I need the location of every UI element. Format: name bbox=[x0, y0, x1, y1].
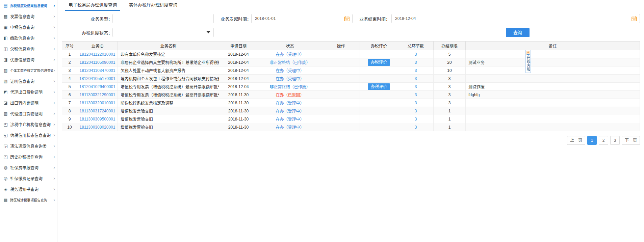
progress-status-select[interactable] bbox=[112, 28, 214, 37]
sidebar-item-payment-info[interactable]: ◧ 缴款信息查询 › bbox=[0, 32, 57, 43]
sidebar-item-tax-progress[interactable]: ▤ 办税进度及结果信息查询 › bbox=[0, 0, 57, 11]
page-next-button[interactable]: 下一页 bbox=[622, 136, 640, 145]
cell-operation bbox=[322, 75, 360, 83]
business-id-link[interactable]: 1812041029400001 bbox=[79, 84, 115, 89]
tax-arrears-info-icon: ◫ bbox=[3, 46, 8, 51]
history-operation-icon: ◳ bbox=[3, 154, 8, 159]
total-steps-link[interactable]: 3 bbox=[415, 84, 417, 89]
agent-export-certificate-icon: ◩ bbox=[3, 89, 8, 95]
sidebar-item-label: 办税进度及结果信息查询 bbox=[10, 3, 53, 8]
cell-operation bbox=[322, 107, 360, 115]
total-steps-link[interactable]: 3 bbox=[415, 117, 417, 122]
total-steps-link[interactable]: 3 bbox=[415, 101, 417, 105]
cell-business-name: 防伪税控系统发票核定及调整 bbox=[118, 99, 219, 107]
sidebar-item-individual-quota-info[interactable]: ▥ 个体工商户核定定额信息查询 › bbox=[0, 65, 57, 76]
sidebar-item-agent-export-certificate[interactable]: ◩ 代理出口货物证明 › bbox=[0, 86, 57, 97]
cell-operation bbox=[322, 83, 360, 91]
cell-evaluate bbox=[360, 75, 398, 83]
cell-business-name: 非居民企业选择由其主要机构场所汇总缴纳企业所得税的审批 bbox=[118, 58, 219, 66]
table-row: 1 1812041122010001 印有本单位名称发票核定 2018-12-0… bbox=[62, 50, 640, 58]
chevron-right-icon: › bbox=[53, 25, 55, 29]
sidebar-item-history-operation[interactable]: ◳ 历史办税操作查询 › bbox=[0, 151, 57, 162]
business-id-link[interactable]: 1811300320010001 bbox=[80, 101, 115, 105]
start-date-input[interactable]: 2018-01-01 bbox=[251, 14, 353, 23]
business-id-link[interactable]: 1811300308020001 bbox=[80, 125, 115, 130]
cell-status: 在办（受理中） bbox=[258, 107, 322, 115]
chevron-right-icon: › bbox=[53, 143, 55, 148]
chevron-right-icon: › bbox=[53, 122, 55, 127]
cell-apply-date: 2018-12-04 bbox=[219, 83, 258, 91]
total-steps-link[interactable]: 3 bbox=[415, 60, 417, 65]
sidebar-item-tax-credit-status[interactable]: ◱ 纳税信用状态信息查询 › bbox=[0, 130, 57, 140]
sidebar-item-cross-region-report[interactable]: ▩ 跨区域涉税事项报告查询 › bbox=[0, 194, 57, 205]
business-id-link[interactable]: 1812041055170001 bbox=[79, 76, 115, 81]
pagination: 上一页123下一页 bbox=[57, 136, 640, 145]
table-header-row: 序号业务ID业务名称申请日期状态操作办税评价总环节数办结期限备注 bbox=[62, 42, 640, 50]
tax-agency-info-icon: ◰ bbox=[3, 122, 8, 127]
total-steps-link[interactable]: 3 bbox=[415, 109, 417, 113]
business-id-link[interactable]: 1812041103470001 bbox=[80, 68, 115, 73]
chevron-down-icon bbox=[206, 31, 210, 33]
sidebar-item-label: 个体工商户核定定额信息查询 bbox=[10, 68, 53, 73]
total-steps-link[interactable]: 3 bbox=[415, 92, 417, 97]
page-button-3[interactable]: 3 bbox=[610, 136, 620, 145]
tab-2[interactable]: 实体办税厅办理进度查询 bbox=[126, 0, 181, 11]
business-id-link[interactable]: 1812041105090001 bbox=[80, 60, 115, 65]
business-type-input[interactable] bbox=[112, 14, 214, 23]
status-text: 在办（受理中） bbox=[276, 77, 304, 81]
business-id-link[interactable]: 1811300321290001 bbox=[80, 92, 115, 97]
cell-total-steps: 3 bbox=[398, 58, 434, 66]
cell-operation bbox=[322, 58, 360, 66]
sidebar-item-tax-agency-info[interactable]: ◰ 涉税中介机构信息查询 › bbox=[0, 119, 57, 130]
sidebar-item-preference-info[interactable]: ◨ 优惠信息查询 › bbox=[0, 54, 57, 65]
sidebar-item-social-insurance-payment[interactable]: ◎ 社保缴费记录查询 › bbox=[0, 173, 57, 184]
tax-credit-status-icon: ◱ bbox=[3, 133, 8, 138]
total-steps-link[interactable]: 3 bbox=[415, 125, 417, 130]
cell-operation bbox=[322, 99, 360, 107]
page-button-1[interactable]: 1 bbox=[587, 136, 597, 145]
tab-1[interactable]: 电子税务局办理进度查询 bbox=[65, 0, 120, 11]
end-date-input[interactable]: 2018-12-04 bbox=[391, 14, 640, 23]
calendar-icon[interactable] bbox=[344, 16, 350, 21]
cell-deadline: 1 bbox=[434, 107, 466, 115]
sidebar-item-violation-info[interactable]: ◲ 违法违章信息查询类 › bbox=[0, 140, 57, 151]
total-steps-link[interactable]: 3 bbox=[415, 76, 417, 81]
cell-remark bbox=[466, 123, 640, 131]
column-header: 总环节数 bbox=[398, 42, 434, 50]
sidebar-item-invoice-info[interactable]: ▦ 发票信息查询 › bbox=[0, 11, 57, 22]
evaluate-button[interactable]: 办税评价 bbox=[368, 83, 390, 90]
cell-status: 非正常终结（已作废） bbox=[258, 58, 322, 66]
total-steps-link[interactable]: 3 bbox=[415, 68, 417, 73]
sidebar-item-export-domestic-certificate[interactable]: ◪ 出口转内销证明 › bbox=[0, 97, 57, 108]
cell-operation bbox=[322, 50, 360, 58]
online-service-widget[interactable]: 在线客服 bbox=[525, 50, 531, 73]
total-steps-link[interactable]: 3 bbox=[415, 52, 417, 57]
table-row: 7 1811300320010001 防伪税控系统发票核定及调整 2018-11… bbox=[62, 99, 640, 107]
table-row: 5 1812041029400001 增值税专用发票（增值税税控系统）最高开票限… bbox=[62, 83, 640, 91]
chevron-right-icon: › bbox=[53, 133, 55, 137]
cell-business-id: 1811300308020001 bbox=[77, 123, 118, 131]
sidebar-item-certificate-info[interactable]: ▧ 证明信息查询 › bbox=[0, 76, 57, 86]
column-header: 办结期限 bbox=[434, 42, 466, 50]
cell-status: 在办（受理中） bbox=[258, 99, 322, 107]
business-id-link[interactable]: 1811300309500001 bbox=[80, 117, 115, 122]
sidebar-item-agent-import-certificate[interactable]: ▨ 代理进口货物证明 › bbox=[0, 108, 57, 119]
column-header: 状态 bbox=[258, 42, 322, 50]
page-prev-button[interactable]: 上一页 bbox=[567, 136, 585, 145]
cell-total-steps: 3 bbox=[398, 50, 434, 58]
social-insurance-declare-icon: ◍ bbox=[3, 165, 8, 170]
business-id-link[interactable]: 1811300317240001 bbox=[80, 109, 115, 113]
sidebar-item-tax-arrears-info[interactable]: ◫ 欠税信息查询 › bbox=[0, 43, 57, 54]
query-button[interactable]: 查询 bbox=[506, 28, 530, 37]
calendar-icon[interactable] bbox=[632, 16, 637, 21]
sidebar-item-social-insurance-declare[interactable]: ◍ 社保费申报查询 › bbox=[0, 162, 57, 173]
chevron-right-icon: › bbox=[53, 68, 55, 73]
sidebar-item-declaration-info[interactable]: ▣ 申报信息查询 › bbox=[0, 22, 57, 32]
business-id-link[interactable]: 1812041122010001 bbox=[80, 52, 115, 57]
cell-business-id: 1812041103470001 bbox=[77, 66, 118, 75]
evaluate-button[interactable]: 办税评价 bbox=[368, 59, 390, 66]
cell-deadline: 1 bbox=[434, 115, 466, 123]
sidebar-item-tax-notice[interactable]: ◈ 税务通知书查询 › bbox=[0, 184, 57, 194]
sidebar-item-label: 社保费申报查询 bbox=[10, 165, 53, 170]
page-button-2[interactable]: 2 bbox=[599, 136, 608, 145]
